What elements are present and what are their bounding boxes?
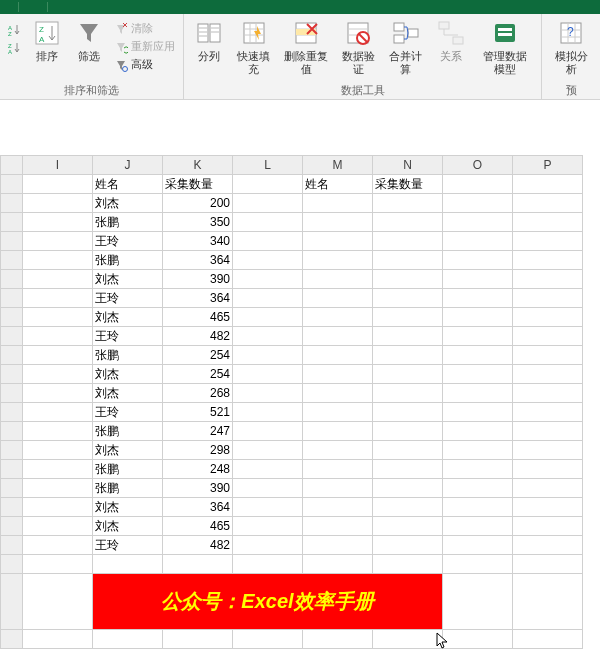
row-header[interactable] [1,536,23,555]
row-header[interactable] [1,441,23,460]
cell[interactable]: 390 [163,270,233,289]
cell[interactable]: 张鹏 [93,460,163,479]
cell[interactable] [303,346,373,365]
sort-asc-button[interactable]: AZ [6,22,24,38]
cell[interactable] [303,213,373,232]
cell[interactable] [303,384,373,403]
row-header[interactable] [1,327,23,346]
cell[interactable] [23,308,93,327]
cell[interactable]: 张鹏 [93,213,163,232]
cell[interactable] [233,630,303,649]
cell[interactable] [443,232,513,251]
cell[interactable]: 采集数量 [163,175,233,194]
row-header[interactable] [1,555,23,574]
cell[interactable] [23,327,93,346]
spreadsheet[interactable]: I J K L M N O P 姓名采集数量姓名采集数量刘杰200张鹏350王玲… [0,100,600,650]
cell[interactable] [23,574,93,630]
cell[interactable] [93,630,163,649]
cell[interactable] [233,289,303,308]
cell[interactable] [303,365,373,384]
cell[interactable] [373,517,443,536]
cell[interactable]: 刘杰 [93,384,163,403]
cell[interactable] [303,289,373,308]
cell[interactable] [373,403,443,422]
row-header[interactable] [1,422,23,441]
cell[interactable] [513,630,583,649]
cell[interactable]: 王玲 [93,327,163,346]
cell[interactable]: 268 [163,384,233,403]
cell[interactable] [233,308,303,327]
cell[interactable] [93,555,163,574]
cell[interactable] [443,422,513,441]
data-validation-button[interactable]: 数据验证 [336,16,380,78]
cell[interactable]: 王玲 [93,403,163,422]
cell[interactable] [373,346,443,365]
cell[interactable] [513,555,583,574]
cell[interactable]: 298 [163,441,233,460]
cell[interactable] [303,327,373,346]
what-if-button[interactable]: ? 模拟分析 [548,16,594,78]
cell[interactable]: 364 [163,289,233,308]
cell[interactable] [23,536,93,555]
cell[interactable]: 刘杰 [93,194,163,213]
cell[interactable] [233,555,303,574]
cell[interactable] [233,175,303,194]
cell[interactable] [233,384,303,403]
row-header[interactable] [1,251,23,270]
cell[interactable]: 364 [163,498,233,517]
cell[interactable] [513,175,583,194]
cell[interactable] [233,422,303,441]
cell[interactable] [373,270,443,289]
cell[interactable]: 465 [163,308,233,327]
cell[interactable]: 390 [163,479,233,498]
col-header[interactable]: O [443,156,513,175]
remove-duplicates-button[interactable]: 删除重复值 [280,16,333,78]
cell[interactable] [233,498,303,517]
cell[interactable]: 刘杰 [93,365,163,384]
cell[interactable] [233,194,303,213]
cell[interactable] [373,213,443,232]
flash-fill-button[interactable]: 快速填充 [232,16,276,78]
cell[interactable]: 247 [163,422,233,441]
reapply-button[interactable]: 重新应用 [112,38,177,55]
cell[interactable] [373,422,443,441]
cell[interactable] [513,232,583,251]
filter-button[interactable]: 筛选 [70,16,108,65]
row-header[interactable] [1,289,23,308]
text-to-columns-button[interactable]: 分列 [190,16,228,65]
cell[interactable]: 248 [163,460,233,479]
cell[interactable] [373,384,443,403]
cell[interactable]: 刘杰 [93,441,163,460]
cell[interactable] [373,498,443,517]
cell[interactable] [443,574,513,630]
row-header[interactable] [1,270,23,289]
cell[interactable] [303,232,373,251]
cell[interactable] [303,441,373,460]
col-header[interactable]: L [233,156,303,175]
cell[interactable] [443,498,513,517]
cell[interactable] [513,460,583,479]
cell[interactable] [23,213,93,232]
cell[interactable] [373,536,443,555]
cell[interactable] [233,213,303,232]
row-header[interactable] [1,384,23,403]
cell[interactable] [303,498,373,517]
row-header[interactable] [1,498,23,517]
col-header[interactable]: K [163,156,233,175]
cell[interactable]: 姓名 [303,175,373,194]
row-header[interactable] [1,403,23,422]
cell[interactable]: 340 [163,232,233,251]
cell[interactable] [513,213,583,232]
cell[interactable] [23,232,93,251]
cell[interactable] [373,460,443,479]
relationships-button[interactable]: 关系 [432,16,470,65]
cell[interactable] [513,270,583,289]
cell[interactable] [373,479,443,498]
cell[interactable] [513,194,583,213]
cell[interactable] [373,327,443,346]
cell[interactable] [23,517,93,536]
cell[interactable] [233,365,303,384]
row-header[interactable] [1,365,23,384]
cell[interactable] [303,308,373,327]
cell[interactable]: 张鹏 [93,251,163,270]
